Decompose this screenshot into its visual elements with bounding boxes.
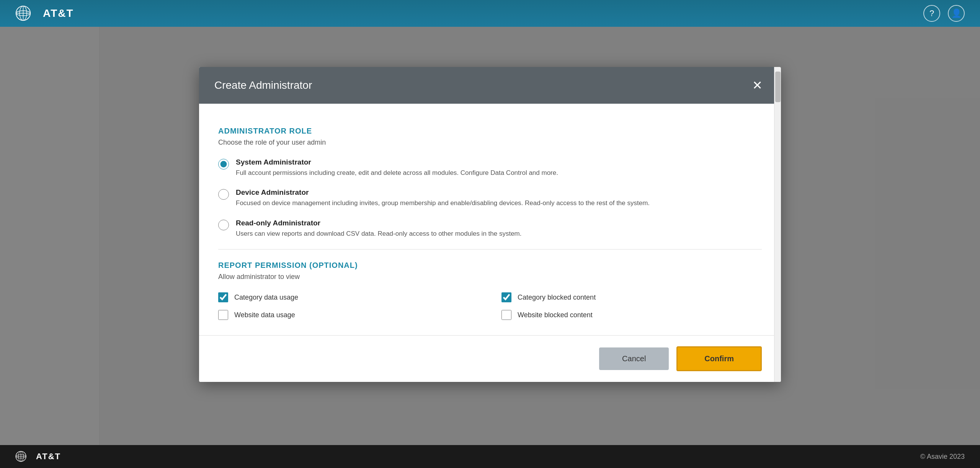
administrator-role-subtitle: Choose the role of your user admin [218,139,762,147]
system-admin-option: System Administrator Full account permis… [218,158,762,178]
report-permission-title: REPORT PERMISSION (OPTIONAL) [218,261,762,270]
system-admin-title: System Administrator [236,158,558,166]
category-blocked-content-label: Category blocked content [518,294,596,302]
help-button[interactable]: ? [923,5,940,22]
att-logo: AT&T [15,5,74,21]
category-data-usage-label: Category data usage [234,294,298,302]
readonly-admin-desc: Users can view reports and download CSV … [236,229,521,239]
account-button[interactable]: 👤 [948,5,965,22]
modal-title: Create Administrator [214,79,312,91]
scrollbar[interactable] [774,67,781,382]
header-icons: ? 👤 [923,5,965,22]
footer-copyright: © Asavie 2023 [920,453,965,461]
category-data-usage-option: Category data usage [218,292,479,302]
website-data-usage-label: Website data usage [234,311,295,319]
modal-footer: Cancel Confirm [199,335,781,382]
report-permission-subtitle: Allow administrator to view [218,273,762,281]
footer-logo: AT&T [15,450,61,463]
website-blocked-content-label: Website blocked content [518,311,593,319]
device-admin-title: Device Administrator [236,188,650,197]
app-header: AT&T ? 👤 [0,0,980,27]
app-footer: AT&T © Asavie 2023 [0,445,980,468]
device-admin-label: Device Administrator Focused on device m… [236,188,650,208]
system-admin-desc: Full account permissions including creat… [236,168,558,178]
modal-overlay: Create Administrator ✕ ADMINISTRATOR ROL… [0,27,980,445]
section-divider [218,249,762,249]
category-blocked-content-checkbox[interactable] [501,292,511,302]
report-permission-section: REPORT PERMISSION (OPTIONAL) Allow admin… [218,261,762,320]
device-admin-desc: Focused on device management including i… [236,198,650,208]
readonly-admin-option: Read-only Administrator Users can view r… [218,219,762,239]
website-data-usage-checkbox[interactable] [218,310,228,320]
system-admin-label: System Administrator Full account permis… [236,158,558,178]
brand-name: AT&T [43,7,74,20]
att-globe-icon [15,5,37,21]
administrator-role-section: ADMINISTRATOR ROLE Choose the role of yo… [218,127,762,239]
website-data-usage-option: Website data usage [218,310,479,320]
category-data-usage-checkbox[interactable] [218,292,228,302]
readonly-admin-label: Read-only Administrator Users can view r… [236,219,521,239]
app-body: Create Administrator ✕ ADMINISTRATOR ROL… [0,27,980,445]
confirm-button[interactable]: Confirm [676,346,762,371]
system-admin-radio[interactable] [218,159,229,170]
category-blocked-content-option: Category blocked content [501,292,762,302]
website-blocked-content-checkbox[interactable] [501,310,511,320]
scroll-thumb [775,72,781,102]
footer-brand-name: AT&T [36,452,61,461]
device-admin-radio[interactable] [218,189,229,200]
administrator-role-title: ADMINISTRATOR ROLE [218,127,762,135]
device-admin-option: Device Administrator Focused on device m… [218,188,762,208]
cancel-button[interactable]: Cancel [599,347,669,370]
modal-header: Create Administrator ✕ [199,67,781,104]
footer-globe-icon [15,450,31,463]
modal-close-button[interactable]: ✕ [749,78,766,93]
create-administrator-modal: Create Administrator ✕ ADMINISTRATOR ROL… [199,67,781,382]
modal-body: ADMINISTRATOR ROLE Choose the role of yo… [199,104,781,336]
readonly-admin-title: Read-only Administrator [236,219,521,227]
website-blocked-content-option: Website blocked content [501,310,762,320]
readonly-admin-radio[interactable] [218,220,229,230]
checkbox-grid: Category data usage Category blocked con… [218,292,762,320]
